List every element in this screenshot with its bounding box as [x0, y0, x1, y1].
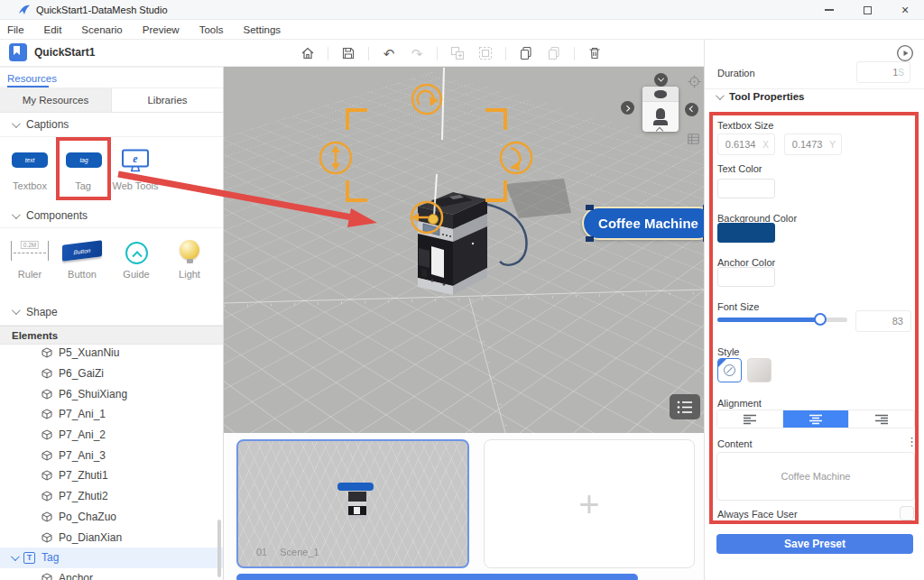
light-label[interactable]: Light [179, 269, 200, 280]
menu-edit[interactable]: Edit [44, 24, 62, 35]
ungroup-button[interactable] [477, 45, 494, 61]
minimize-button[interactable] [810, 0, 848, 20]
menu-settings[interactable]: Settings [244, 24, 282, 35]
scene-card-selected[interactable]: 01 Scene_1 [236, 439, 469, 568]
cube-icon [42, 470, 52, 481]
close-button[interactable]: × [886, 0, 924, 20]
button-component-icon[interactable]: Button [62, 240, 102, 261]
kebab-menu-icon[interactable]: ⋮ [906, 435, 918, 448]
paste-button[interactable] [546, 45, 562, 61]
guide-icon[interactable] [125, 242, 148, 264]
selection-handle[interactable] [586, 205, 594, 210]
web-tools-icon[interactable]: e [121, 149, 150, 172]
tab-resources[interactable]: Resources [7, 73, 57, 84]
sidebar-scrollbar[interactable] [217, 520, 221, 577]
save-button[interactable] [340, 45, 356, 61]
coffee-machine-model [418, 179, 571, 295]
cube-icon [42, 368, 52, 379]
duration-input[interactable]: 1 S [856, 61, 910, 83]
light-icon[interactable] [180, 240, 199, 260]
ruler-label[interactable]: Ruler [18, 269, 42, 280]
timeline-scrollbar[interactable] [236, 574, 638, 580]
view-cube[interactable] [642, 87, 679, 132]
align-right-button[interactable] [849, 410, 914, 428]
redo-icon: ↷ [411, 47, 423, 60]
tool-properties-header[interactable]: Tool Properties [716, 91, 805, 102]
font-size-slider[interactable] [717, 318, 847, 322]
cube-icon [42, 491, 52, 502]
style-plain-swatch[interactable] [747, 358, 772, 382]
element-row[interactable]: P7_Ani_3 [0, 445, 223, 465]
save-preset-button[interactable]: Save Preset [716, 534, 913, 554]
group-button[interactable] [449, 45, 466, 61]
chevron-down-icon [658, 76, 664, 82]
scene-list-button[interactable] [670, 394, 700, 419]
svg-text:e: e [133, 152, 138, 165]
element-row[interactable]: P7_Ani_1 [0, 404, 223, 425]
tag-label-pill[interactable]: Coffee Machine [582, 207, 704, 240]
cube-icon [42, 573, 52, 580]
ruler-icon[interactable]: 0.2M [11, 241, 49, 261]
tag-item-icon[interactable]: tag [66, 152, 102, 168]
tab-my-resources[interactable]: My Resources [0, 88, 112, 112]
orbit-left-button[interactable] [621, 101, 634, 115]
section-captions[interactable]: Captions [0, 113, 223, 137]
text-color-swatch[interactable] [717, 179, 775, 198]
web-tools-label[interactable]: Web Tools [113, 180, 159, 191]
always-face-user-checkbox[interactable] [900, 506, 914, 520]
style-none-swatch[interactable] [717, 358, 742, 382]
element-row[interactable]: P6_GaiZi [0, 364, 223, 384]
tag-t-icon: T [23, 552, 35, 564]
delete-button[interactable] [587, 45, 603, 61]
guide-label[interactable]: Guide [123, 269, 149, 280]
textbox-item-icon[interactable]: text [12, 152, 48, 168]
element-row[interactable]: P7_Ani_2 [0, 425, 223, 446]
element-row[interactable]: P5_XuanNiu [0, 343, 223, 364]
redo-button[interactable]: ↷ [409, 45, 425, 61]
home-button[interactable] [300, 45, 316, 61]
section-components[interactable]: Components [0, 204, 223, 228]
font-size-input[interactable]: 83 [855, 310, 911, 332]
font-size-slider-handle[interactable] [814, 313, 827, 326]
orbit-up-button[interactable] [654, 73, 668, 87]
element-row-anchor[interactable]: Anchor [0, 568, 223, 580]
element-row[interactable]: P7_Zhuti2 [0, 486, 223, 507]
preview-play-button[interactable] [896, 44, 914, 62]
anchor-color-swatch[interactable] [717, 267, 775, 287]
selection-handle[interactable] [586, 236, 594, 242]
add-scene-card[interactable]: + [484, 439, 695, 568]
tab-libraries[interactable]: Libraries [112, 88, 223, 112]
element-row[interactable]: Po_DianXian [0, 527, 223, 548]
background-color-swatch[interactable] [717, 223, 775, 243]
align-center-button[interactable] [783, 410, 849, 428]
undo-button[interactable]: ↶ [381, 45, 397, 61]
element-row[interactable]: P7_Zhuti1 [0, 465, 223, 486]
copy-button[interactable] [518, 45, 534, 61]
menu-file[interactable]: File [7, 24, 24, 35]
content-textarea[interactable]: Coffee Machine [716, 452, 915, 501]
menu-scenario[interactable]: Scenario [81, 24, 122, 35]
cube-icon [42, 429, 52, 440]
viewport-3d[interactable]: Coffee Machine [224, 67, 704, 433]
maximize-button[interactable] [848, 0, 886, 20]
maximize-icon [864, 6, 872, 14]
align-right-icon [873, 414, 890, 425]
tag-item-label[interactable]: Tag [75, 180, 91, 191]
grid-toggle-icon[interactable] [688, 133, 699, 144]
menu-tools[interactable]: Tools [199, 24, 224, 35]
textbox-size-x-input[interactable]: 0.6134 X [717, 133, 775, 155]
element-row[interactable]: P6_ShuiXiang [0, 383, 223, 404]
menu-bar: File Edit Scenario Preview Tools Setting… [0, 20, 924, 40]
element-row[interactable]: Po_ChaZuo [0, 507, 223, 528]
textbox-item-label[interactable]: Textbox [13, 180, 47, 191]
focus-target-icon[interactable] [688, 75, 701, 88]
orbit-right-button[interactable] [685, 103, 698, 116]
section-shape[interactable]: Shape [0, 299, 223, 326]
textbox-size-y-input[interactable]: 0.1473 Y [784, 133, 842, 155]
menu-preview[interactable]: Preview [143, 24, 180, 35]
cube-icon [42, 532, 52, 543]
element-row-tag-selected[interactable]: T Tag [0, 548, 223, 568]
button-component-label[interactable]: Button [68, 269, 97, 280]
align-left-button[interactable] [717, 410, 783, 428]
chevron-down-icon [12, 210, 21, 219]
